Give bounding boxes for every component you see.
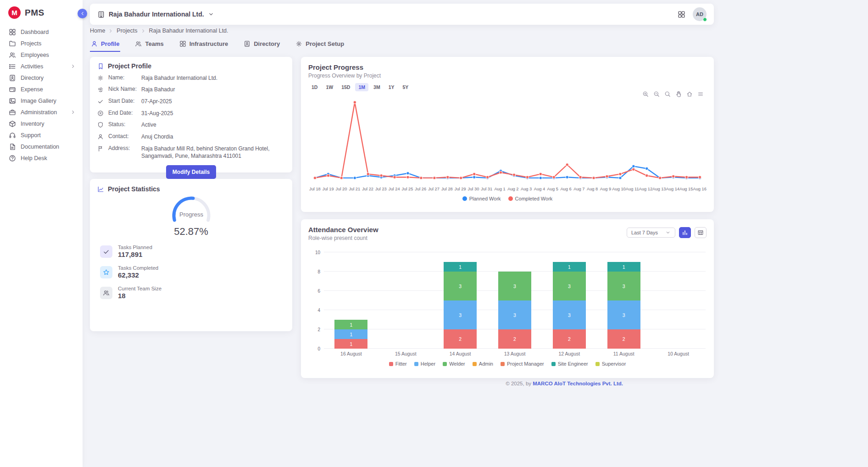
data-point[interactable]	[393, 176, 396, 178]
bar-segment-site-engineer[interactable]: 1	[553, 262, 586, 272]
pan-hand-button[interactable]	[675, 91, 682, 97]
bar-16-august[interactable]: 111	[334, 320, 367, 349]
sidebar-item-documentation[interactable]: Documentation	[0, 141, 83, 152]
apps-grid-button[interactable]	[678, 11, 685, 18]
bar-segment-helper[interactable]: 1	[334, 329, 367, 339]
bar-segment-welder[interactable]: 3	[607, 272, 640, 300]
footer-company-link[interactable]: MARCO AIoT Technologies Pvt. Ltd.	[533, 381, 623, 386]
legend-item-completed-work[interactable]: Completed Work	[508, 196, 553, 201]
zoom-out-button[interactable]	[653, 91, 660, 97]
legend-item-helper[interactable]: Helper	[414, 361, 435, 367]
data-point[interactable]	[406, 176, 409, 178]
legend-item-fitter[interactable]: Fitter	[389, 361, 407, 367]
bar-segment-welder[interactable]: 3	[444, 272, 477, 300]
data-point[interactable]	[486, 176, 489, 178]
bar-segment-welder[interactable]: 1	[334, 320, 367, 329]
sidebar-item-employees[interactable]: Employees	[0, 49, 83, 61]
line-chart-svg[interactable]	[308, 98, 707, 184]
line-chart[interactable]	[308, 98, 707, 186]
bar-segment-fitter[interactable]: 1	[334, 339, 367, 349]
chart-view-toggle-button[interactable]	[679, 227, 691, 238]
bar-segment-helper[interactable]: 3	[553, 300, 586, 329]
bar-13-august[interactable]: 233	[498, 272, 531, 349]
bar-segment-site-engineer[interactable]: 1	[607, 262, 640, 272]
data-point[interactable]	[499, 171, 502, 174]
magnifier-button[interactable]	[664, 91, 671, 97]
data-point[interactable]	[632, 165, 635, 167]
range-button-1w[interactable]: 1W	[323, 83, 336, 91]
data-point[interactable]	[340, 177, 343, 179]
legend-item-admin[interactable]: Admin	[473, 361, 493, 367]
zoom-in-button[interactable]	[642, 91, 649, 97]
data-point[interactable]	[566, 176, 568, 178]
data-point[interactable]	[619, 177, 622, 179]
bar-11-august[interactable]: 2331	[607, 262, 640, 349]
bar-chart[interactable]: 0246810111233123323312331	[308, 252, 707, 349]
data-point[interactable]	[512, 173, 515, 176]
data-point[interactable]	[566, 163, 568, 166]
bar-segment-helper[interactable]: 3	[607, 300, 640, 329]
app-logo[interactable]: M PMS	[0, 0, 83, 26]
bar-segment-helper[interactable]: 3	[498, 300, 531, 329]
data-point[interactable]	[606, 175, 608, 178]
data-point[interactable]	[552, 176, 555, 178]
data-point[interactable]	[473, 176, 476, 178]
sidebar-item-expense[interactable]: Expense	[0, 83, 83, 95]
menu-button[interactable]	[697, 91, 704, 97]
range-button-3m[interactable]: 3M	[370, 83, 384, 91]
bar-segment-fitter[interactable]: 2	[498, 329, 531, 349]
tab-directory[interactable]: Directory	[243, 38, 281, 52]
bar-segment-fitter[interactable]: 2	[553, 329, 586, 349]
data-point[interactable]	[380, 174, 383, 177]
range-button-15d[interactable]: 15D	[338, 83, 353, 91]
tab-infrastructure[interactable]: Infrastructure	[178, 38, 229, 52]
data-point[interactable]	[619, 172, 622, 175]
data-point[interactable]	[473, 172, 476, 175]
data-point[interactable]	[592, 177, 595, 179]
data-point[interactable]	[645, 167, 648, 170]
home-button[interactable]	[686, 91, 693, 97]
data-point[interactable]	[460, 177, 462, 179]
legend-item-welder[interactable]: Welder	[443, 361, 465, 367]
data-point[interactable]	[659, 177, 662, 179]
data-point[interactable]	[353, 177, 356, 179]
data-point[interactable]	[539, 172, 542, 175]
legend-item-supervisor[interactable]: Supervisor	[595, 361, 626, 367]
sidebar-item-inventory[interactable]: Inventory	[0, 118, 83, 129]
range-button-5y[interactable]: 5Y	[399, 83, 412, 91]
bar-14-august[interactable]: 2331	[444, 262, 477, 349]
range-button-1y[interactable]: 1Y	[385, 83, 398, 91]
tab-profile[interactable]: Profile	[90, 38, 120, 52]
sidebar-collapse-button[interactable]	[78, 9, 87, 18]
user-avatar[interactable]: AD	[693, 7, 707, 21]
data-point[interactable]	[579, 176, 582, 178]
sidebar-item-activities[interactable]: Activities	[0, 61, 83, 72]
data-point[interactable]	[446, 176, 449, 178]
sidebar-item-help-desk[interactable]: Help Desk	[0, 152, 83, 164]
bar-segment-fitter[interactable]: 2	[607, 329, 640, 349]
sidebar-item-projects[interactable]: Projects	[0, 38, 83, 49]
data-point[interactable]	[539, 177, 542, 179]
breadcrumb-item[interactable]: Projects	[117, 28, 137, 34]
data-point[interactable]	[632, 168, 635, 171]
legend-item-project-manager[interactable]: Project Manager	[501, 361, 544, 367]
breadcrumb-item[interactable]: Home	[90, 28, 105, 34]
tab-teams[interactable]: Teams	[134, 38, 164, 52]
sidebar-item-administration[interactable]: Administration	[0, 106, 83, 118]
modify-details-button[interactable]: Modify Details	[166, 165, 216, 179]
sidebar-item-support[interactable]: Support	[0, 129, 83, 141]
bar-segment-welder[interactable]: 3	[553, 272, 586, 300]
data-point[interactable]	[672, 175, 675, 178]
data-point[interactable]	[420, 177, 423, 179]
data-point[interactable]	[685, 176, 688, 178]
table-view-toggle-button[interactable]	[695, 227, 707, 238]
data-point[interactable]	[433, 177, 436, 179]
bar-segment-helper[interactable]: 3	[444, 300, 477, 329]
data-point[interactable]	[526, 176, 529, 178]
legend-item-planned-work[interactable]: Planned Work	[462, 196, 501, 201]
data-point[interactable]	[645, 174, 648, 177]
data-point[interactable]	[353, 101, 356, 104]
bar-segment-site-engineer[interactable]: 1	[444, 262, 477, 272]
data-point[interactable]	[406, 172, 409, 175]
days-filter-select[interactable]: Last 7 Days	[627, 228, 675, 238]
